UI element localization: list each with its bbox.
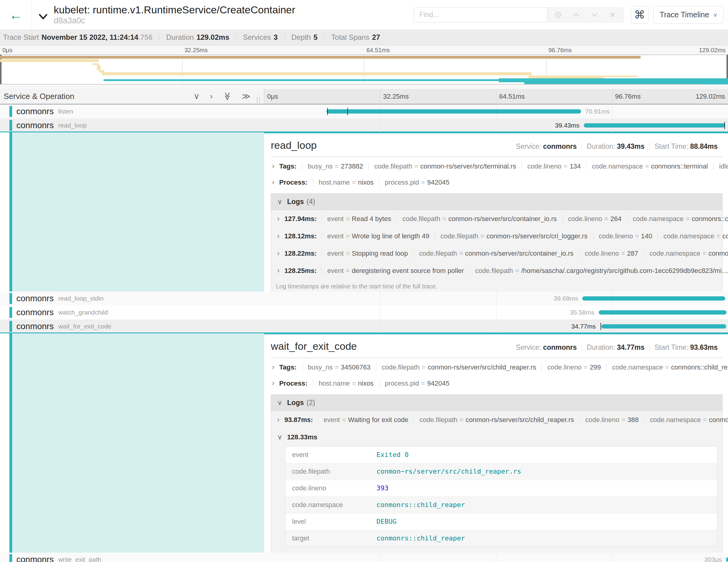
span-bar[interactable]	[599, 310, 727, 315]
detail-row-fill	[12, 132, 264, 291]
span-bar[interactable]	[326, 109, 581, 114]
log-field: code.filepath=/home/sascha/.cargo/regist…	[469, 267, 728, 275]
detail-start-time: Start Time:88.84ms	[649, 142, 723, 151]
log-field: event=Wrote log line of length 49	[321, 232, 435, 240]
span-duration: 34.77ms	[571, 323, 600, 330]
expand-one-icon[interactable]: ›	[210, 92, 213, 100]
locate-icon[interactable]	[554, 11, 562, 19]
span-bar[interactable]	[726, 557, 728, 562]
chevron-down-icon: ∨	[713, 12, 717, 18]
log-entry-expanded[interactable]: ∨ 128.33ms	[271, 428, 722, 446]
column-resizer-handle[interactable]: ||	[257, 96, 261, 103]
log-fields-table: event Exited 0 code.filepath conmon−rs/s…	[285, 446, 717, 547]
back-arrow-icon: ←	[9, 7, 22, 22]
detail-duration: Duration:34.77ms	[582, 343, 649, 352]
chevron-right-icon: ›	[272, 363, 274, 371]
log-entry[interactable]: › 127.94ms: event=Read 4 bytes code.file…	[271, 210, 722, 227]
logs-header[interactable]: ∨ Logs (2)	[271, 395, 722, 411]
collapse-one-icon[interactable]: ∨	[194, 92, 200, 100]
process-toggle-row[interactable]: › Process: host.name=nixos process.pid=9…	[271, 375, 723, 391]
service-operation-label: Service & Operation	[4, 92, 74, 101]
chevron-right-icon: ›	[277, 249, 280, 257]
find-prev-icon[interactable]	[572, 11, 580, 19]
process-toggle-row[interactable]: › Process: host.name=nixos process.pid=9…	[271, 174, 723, 190]
log-entry[interactable]: › 128.22ms: event=Stopping read loop cod…	[271, 245, 722, 262]
logs-count: (2)	[307, 399, 315, 407]
minimap-span	[604, 76, 638, 77]
tag-item: busy_ns=273882	[302, 162, 369, 170]
chevron-down-icon: ∨	[277, 399, 282, 407]
tag-item: code.lineno=134	[522, 162, 586, 170]
minimap-span	[102, 72, 532, 75]
collapse-title-button[interactable]	[38, 12, 48, 20]
minimap-canvas[interactable]	[0, 55, 728, 84]
view-selector-button[interactable]: Trace Timeline ∨	[653, 6, 724, 24]
operation-name: read_loop	[58, 122, 87, 129]
process-item: process.pid=942045	[379, 380, 455, 387]
log-entry[interactable]: › 128.12ms: event=Wrote log line of leng…	[271, 227, 722, 245]
log-entry[interactable]: › 93.87ms: event=Waiting for exit code c…	[271, 411, 722, 428]
collapse-all-icon[interactable]: ≫	[223, 92, 231, 100]
span-row-listen[interactable]: conmonrs listen 70.91ms	[0, 104, 728, 118]
collapse-controls: ∨ › ≫ ≫	[194, 92, 264, 100]
log-field: code.lineno=140	[593, 232, 658, 240]
process-item: host.name=nixos	[313, 179, 379, 186]
span-row-write-exit-path[interactable]: conmonrs write_exit_path 303μs	[0, 553, 728, 562]
detail-start-time: Start Time:93.63ms	[649, 343, 723, 352]
minimap-span	[524, 82, 728, 84]
trace-id: d8a3a0c	[54, 16, 295, 26]
tag-item: code.namespace=conmonrs::child_reap…	[606, 363, 728, 371]
span-row-wait-for-exit-code[interactable]: conmonrs wait_for_exit_code 34.77ms	[0, 319, 728, 333]
keyboard-shortcuts-button[interactable]: ⌘	[631, 6, 648, 24]
minimap-span	[104, 79, 499, 81]
span-row-watch-grandchild[interactable]: conmonrs watch_grandchild 35.58ms	[0, 305, 728, 319]
log-marker	[327, 108, 328, 115]
log-entry[interactable]: › 128.25ms: event=deregistering event so…	[271, 262, 722, 279]
span-bar[interactable]	[601, 324, 726, 329]
title-block: kubelet: runtime.v1.RuntimeService/Creat…	[54, 4, 295, 25]
log-marker	[724, 122, 725, 129]
tick-label: 0μs	[267, 93, 278, 100]
detail-duration: Duration:39.43ms	[582, 142, 649, 151]
chevron-right-icon: ›	[272, 178, 274, 186]
span-duration: 39.43ms	[555, 122, 584, 129]
chevron-right-icon: ›	[277, 416, 280, 424]
operation-name: listen	[58, 108, 73, 115]
command-icon: ⌘	[634, 9, 645, 21]
back-button[interactable]: ←	[0, 0, 32, 29]
span-duration: 70.91ms	[585, 108, 610, 115]
detail-service: Service:conmonrs	[511, 343, 582, 352]
find-tools	[547, 7, 624, 22]
log-marker	[347, 108, 348, 115]
minimap-span	[97, 65, 100, 70]
log-field: code.filepath=conmon-rs/server/src/conta…	[413, 250, 579, 257]
find-input[interactable]	[414, 7, 547, 22]
minimap-span	[702, 81, 728, 84]
logs-header[interactable]: ∨ Logs (4)	[271, 194, 722, 210]
service-name: conmonrs	[16, 322, 54, 331]
tick-label: 64.51ms	[366, 47, 390, 54]
timeline-header: 0μs 32.25ms 64.51ms 96.76ms 129.02ms	[264, 89, 728, 104]
log-field: code.lineno=287	[579, 250, 644, 257]
log-field: event=deregistering event source from po…	[321, 267, 469, 275]
span-bar[interactable]	[582, 296, 725, 301]
expand-all-icon[interactable]: ≫	[242, 92, 250, 100]
tick-label: 32.25ms	[185, 47, 208, 54]
jaeger-trace-page: ← kubelet: runtime.v1.RuntimeService/Cre…	[0, 0, 728, 562]
log-field: code.filepath=conmon-rs/server/src/cri_l…	[435, 232, 593, 240]
find-next-icon[interactable]	[590, 11, 598, 19]
log-field: event=Stopping read loop	[321, 250, 413, 257]
span-row-read-loop[interactable]: conmonrs read_loop 39.43ms	[0, 118, 728, 132]
table-row: target conmonrs::child_reaper	[285, 530, 717, 547]
tags-toggle-row[interactable]: › Tags: busy_ns=34506763 code.filepath=c…	[271, 359, 723, 375]
minimap-ticks: 0μs 32.25ms 64.51ms 96.76ms 129.02ms	[0, 46, 728, 55]
minimap-span	[0, 59, 99, 62]
tag-item: idle_n…	[713, 162, 728, 170]
service-color-band	[9, 307, 12, 318]
tag-item: code.namespace=conmonrs::terminal	[586, 162, 713, 170]
tags-toggle-row[interactable]: › Tags: busy_ns=273882 code.filepath=con…	[271, 158, 723, 174]
span-row-read-loop-stdin[interactable]: conmonrs read_loop_stdin 39.69ms	[0, 291, 728, 305]
span-duration: 39.69ms	[554, 295, 583, 302]
clear-find-icon[interactable]	[609, 11, 617, 19]
span-bar[interactable]	[584, 123, 725, 128]
